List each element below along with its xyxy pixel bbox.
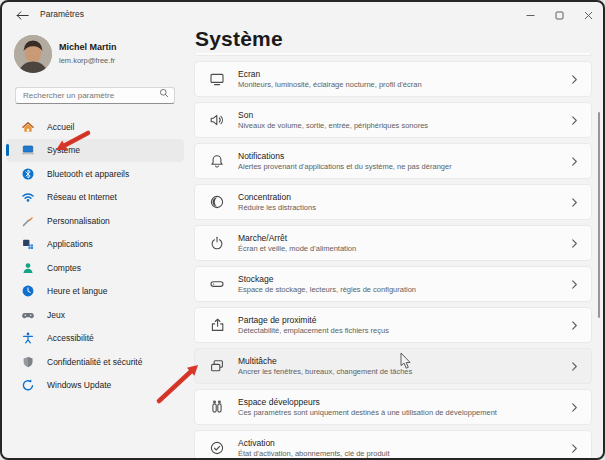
row-espace-developpeurs[interactable]: Espace développeursCes paramètres sont u… [194,389,592,425]
sidebar-item-accueil[interactable]: Accueil [6,115,184,138]
sidebar-item-comptes[interactable]: Comptes [6,256,184,279]
row-activation[interactable]: ActivationÉtat d'activation, abonnements… [194,430,592,460]
row-marche-arret[interactable]: Marche/ArrêtÉcran et veille, mode d'alim… [194,225,592,261]
row-stockage[interactable]: StockageEspace de stockage, lecteurs, rè… [194,266,592,302]
multitasking-icon [209,358,225,374]
sidebar-item-confidentialite[interactable]: Confidentialité et sécurité [6,350,184,373]
apps-icon [21,237,35,251]
network-icon [21,190,35,204]
search-input[interactable] [15,87,175,104]
chevron-right-icon [570,321,579,330]
titlebar: Paramètres [2,2,603,28]
sidebar-item-label: Confidentialité et sécurité [47,357,142,367]
row-description: Détectabilité, emplacement des fichiers … [238,326,557,335]
partial-row[interactable] [194,53,592,56]
sidebar-item-windows-update[interactable]: Windows Update [6,374,184,397]
sidebar-item-label: Personnalisation [47,216,110,226]
minimize-button[interactable] [525,10,535,20]
row-multitache[interactable]: MultitâcheAncrer les fenêtres, bureaux, … [194,348,592,384]
accessibility-icon [21,331,35,345]
avatar-photo [14,35,52,73]
row-title: Espace développeurs [238,397,557,407]
update-icon [21,378,35,392]
time-language-icon [21,284,35,298]
chevron-right-icon [570,75,579,84]
row-description: État d'activation, abonnements, clé de p… [238,449,557,458]
sidebar-item-label: Jeux [47,310,65,320]
nearby-share-icon [209,317,225,333]
row-son[interactable]: SonNiveaux de volume, sortie, entrée, pé… [194,102,592,138]
sidebar-item-systeme[interactable]: Système [6,139,184,162]
settings-list: EcranMoniteurs, luminosité, éclairage no… [194,53,592,460]
sidebar-item-label: Accessibilité [47,333,94,343]
notifications-icon [209,153,225,169]
chevron-right-icon [570,157,579,166]
chevron-right-icon [570,403,579,412]
sidebar-item-reseau[interactable]: Réseau et Internet [6,186,184,209]
row-title: Multitâche [238,356,557,366]
back-arrow-icon [16,10,29,21]
gaming-icon [21,308,35,322]
sidebar-item-jeux[interactable]: Jeux [6,303,184,326]
row-title: Partage de proximité [238,315,557,325]
chevron-right-icon [570,116,579,125]
row-title: Son [238,110,557,120]
close-button[interactable] [583,10,593,20]
maximize-button[interactable] [554,10,564,20]
back-button[interactable] [12,7,32,23]
sidebar-item-applications[interactable]: Applications [6,233,184,256]
row-concentration[interactable]: ConcentrationRéduire les distractions [194,184,592,220]
row-description: Réduire les distractions [238,203,557,212]
row-title: Concentration [238,192,557,202]
chevron-right-icon [570,198,579,207]
row-partage-proximite[interactable]: Partage de proximitéDétectabilité, empla… [194,307,592,343]
display-icon [209,71,225,87]
sound-icon [209,112,225,128]
sidebar-item-label: Heure et langue [47,286,108,296]
sidebar-item-label: Windows Update [47,380,111,390]
avatar[interactable] [14,35,52,73]
sidebar-item-label: Applications [47,239,93,249]
row-title: Activation [238,438,557,448]
developer-icon [209,399,225,415]
scrollbar-thumb[interactable] [598,112,600,318]
profile-email: lem.korp@free.fr [59,56,115,65]
sidebar-item-personnalisation[interactable]: Personnalisation [6,209,184,232]
sidebar-item-label: Réseau et Internet [47,192,117,202]
row-description: Alertes provenant d'applications et du s… [238,162,557,171]
row-description: Ces paramètres sont uniquement destinés … [238,408,557,417]
row-description: Espace de stockage, lecteurs, règles de … [238,285,557,294]
sidebar-item-label: Système [47,145,80,155]
row-ecran[interactable]: EcranMoniteurs, luminosité, éclairage no… [194,61,592,97]
system-icon [21,143,35,157]
minimize-icon [526,11,535,20]
row-description: Ancrer les fenêtres, bureaux, changement… [238,367,557,376]
sidebar-item-bluetooth[interactable]: Bluetooth et appareils [6,162,184,185]
maximize-icon [555,11,564,20]
row-description: Écran et veille, mode d'alimentation [238,244,557,253]
chevron-right-icon [570,444,579,453]
row-description: Niveaux de volume, sortie, entrée, périp… [238,121,557,130]
row-description: Moniteurs, luminosité, éclairage nocturn… [238,80,557,89]
sidebar-item-label: Comptes [47,263,81,273]
activation-icon [209,440,225,456]
sidebar-item-heure-langue[interactable]: Heure et langue [6,280,184,303]
chevron-right-icon [570,362,579,371]
row-title: Notifications [238,151,557,161]
focus-icon [209,194,225,210]
profile-name: Michel Martin [59,42,117,52]
storage-icon [209,276,225,292]
search-icon [159,88,169,98]
row-title: Stockage [238,274,557,284]
chevron-right-icon [570,280,579,289]
search-box [15,84,175,101]
personalization-icon [21,214,35,228]
close-icon [584,11,593,20]
row-title: Marche/Arrêt [238,233,557,243]
sidebar-item-accessibilite[interactable]: Accessibilité [6,327,184,350]
home-icon [21,120,35,134]
app-title: Paramètres [40,9,84,19]
row-notifications[interactable]: NotificationsAlertes provenant d'applica… [194,143,592,179]
sidebar-item-label: Bluetooth et appareils [47,169,129,179]
chevron-right-icon [570,239,579,248]
